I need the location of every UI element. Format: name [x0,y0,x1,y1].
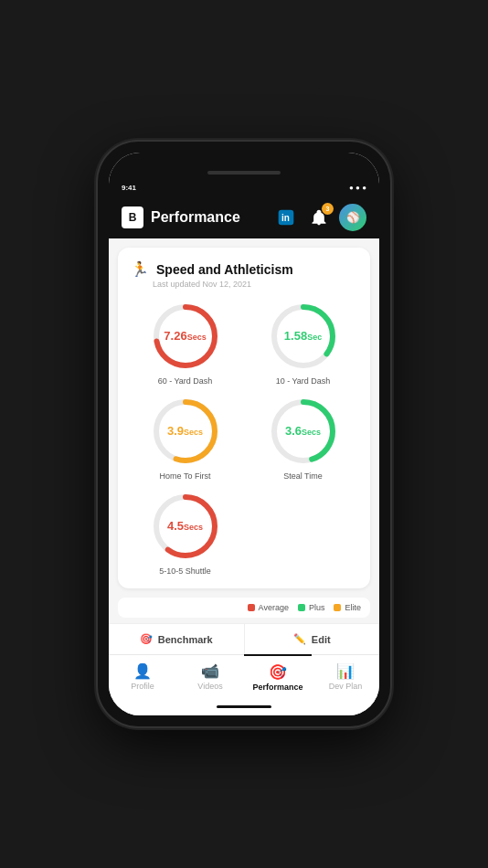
metric-label-3: Home To First [160,471,211,481]
runner-icon: 🏃 [131,260,149,278]
circle-text-2: 1.58Sec [284,330,322,343]
edit-button[interactable]: ✏️ Edit [245,624,380,654]
home-indicator [109,697,379,715]
card-title: Speed and Athleticism [156,262,293,277]
tab-videos-icon: 📹 [201,662,219,680]
metric-60-yard: 7.26Secs 60 - Yard Dash [131,300,239,386]
circle-steal-time: 3.6Secs [267,395,340,468]
legend-plus: Plus [298,603,325,612]
card-header: 🏃 Speed and Athleticism [131,260,357,278]
edit-label: Edit [312,634,331,645]
tab-devplan-label: Dev Plan [329,682,363,691]
metric-label-4: Steal Time [283,471,323,481]
status-icons: ● ● ● [349,184,366,192]
app-logo: B [122,206,143,228]
tab-performance-icon: 🎯 [269,663,287,681]
metric-value-4: 3.6Secs [285,425,321,438]
phone-frame: 9:41 ● ● ● B Performance in [98,142,390,726]
metric-value-3: 3.9Secs [167,425,203,438]
legend-dot-plus [298,604,305,611]
notch-bar [207,171,281,175]
home-bar [217,705,271,708]
status-time: 9:41 [122,184,136,192]
user-avatar[interactable]: ⚾ [339,204,366,231]
action-bar: 🎯 Benchmark ✏️ Edit [109,623,379,654]
header-left: B Performance [122,206,240,228]
notification-badge: 3 [322,203,334,215]
tab-profile[interactable]: 👤 Profile [109,655,176,697]
metric-shuttle: 4.5Secs 5-10-5 Shuttle [131,490,239,576]
tab-devplan[interactable]: 📊 Dev Plan [312,655,379,697]
legend-dot-average [248,604,255,611]
metric-value-2: 1.58Sec [284,330,322,343]
tab-devplan-icon: 📊 [336,662,355,680]
benchmark-label: Benchmark [158,634,213,645]
tab-videos[interactable]: 📹 Videos [176,655,244,697]
phone-screen: 9:41 ● ● ● B Performance in [109,153,379,715]
legend-elite: Elite [334,603,361,612]
legend-average: Average [248,603,289,612]
circle-text-5: 4.5Secs [167,520,203,533]
card-subtitle: Last updated Nov 12, 2021 [153,280,357,289]
circle-60-yard: 7.26Secs [149,300,222,373]
linkedin-icon: in [277,208,295,227]
circle-text-1: 7.26Secs [164,330,206,343]
app-title: Performance [151,209,240,226]
benchmark-button[interactable]: 🎯 Benchmark [109,624,245,654]
tab-videos-label: Videos [197,682,222,691]
edit-icon: ✏️ [293,633,306,645]
header-right: in 3 ⚾ [273,204,366,231]
top-notch [109,153,379,178]
circle-10-yard: 1.58Sec [267,300,340,373]
circle-shuttle: 4.5Secs [149,490,222,563]
speed-athleticism-card: 🏃 Speed and Athleticism Last updated Nov… [118,248,370,588]
metric-10-yard: 1.58Sec 10 - Yard Dash [249,300,357,386]
tab-profile-icon: 👤 [133,662,152,680]
svg-text:in: in [281,213,290,223]
circle-text-3: 3.9Secs [167,425,203,438]
tab-performance[interactable]: 🎯 Performance [244,654,312,697]
metrics-grid: 7.26Secs 60 - Yard Dash [131,300,357,576]
metric-label-5: 5-10-5 Shuttle [159,566,211,576]
legend-dot-elite [334,604,341,611]
status-bar: 9:41 ● ● ● [109,178,379,196]
app-header: B Performance in 3 ⚾ [109,196,379,238]
metric-value-5: 4.5Secs [167,520,203,533]
linkedin-icon-button[interactable]: in [273,205,299,230]
metric-steal-time: 3.6Secs Steal Time [249,395,357,481]
metric-label-2: 10 - Yard Dash [276,376,331,386]
metric-home-first: 3.9Secs Home To First [131,395,239,481]
bottom-tabs: 👤 Profile 📹 Videos 🎯 Performance 📊 Dev P… [109,654,379,697]
metric-value-1: 7.26Secs [164,330,206,343]
content-area: 🏃 Speed and Athleticism Last updated Nov… [109,238,379,654]
benchmark-icon: 🎯 [140,633,153,645]
metric-label-1: 60 - Yard Dash [158,376,213,386]
circle-home-first: 3.9Secs [149,395,222,468]
tab-performance-label: Performance [252,683,302,692]
notification-button[interactable]: 3 [306,205,332,230]
legend: Average Plus Elite [118,598,370,618]
tab-profile-label: Profile [131,682,154,691]
circle-text-4: 3.6Secs [285,425,321,438]
